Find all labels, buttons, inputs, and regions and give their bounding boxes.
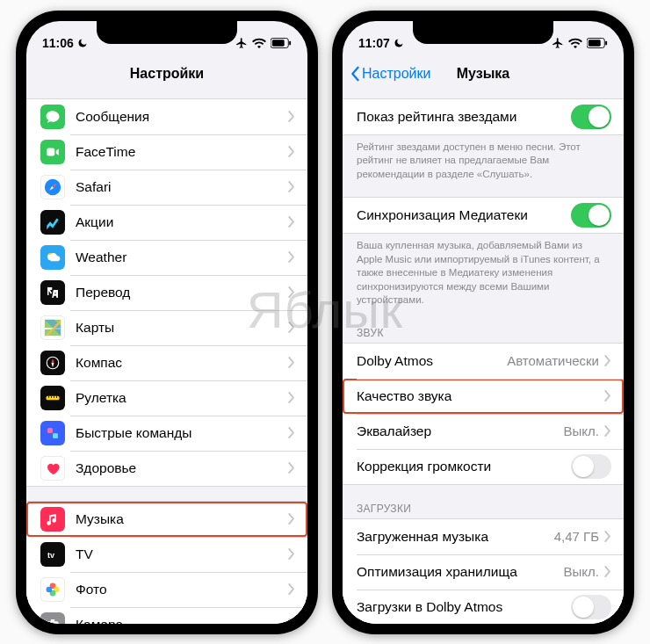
battery-icon [271, 38, 292, 48]
svg-rect-17 [51, 619, 55, 622]
compass-icon [40, 351, 65, 375]
screen-right: 11:07 Настройки Музыка Показ рейтинга зв… [343, 21, 624, 624]
chevron-right-icon [288, 357, 295, 368]
facetime-icon [40, 140, 65, 164]
settings-row-shortcuts[interactable]: Быстрые команды [26, 416, 307, 451]
row-dolby-atmos-downloads[interactable]: Загрузки в Dolby Atmos [343, 590, 624, 624]
settings-row-weather[interactable]: Weather [26, 240, 307, 275]
row-value: Автоматически [507, 353, 599, 368]
chevron-right-icon [288, 513, 295, 525]
nav-bar: Настройки [26, 56, 307, 91]
settings-row-health[interactable]: Здоровье [26, 451, 307, 486]
row-value: Выкл. [564, 423, 599, 438]
group-footer: Ваша купленная музыка, добавляемый Вами … [343, 234, 624, 309]
row-sync-library[interactable]: Синхронизация Медиатеки [343, 198, 624, 233]
svg-rect-3 [47, 148, 54, 156]
settings-row-measure[interactable]: Рулетка [26, 380, 307, 416]
row-label: Сообщения [76, 109, 288, 125]
chevron-right-icon [288, 146, 295, 157]
chevron-right-icon [288, 216, 295, 228]
chevron-right-icon [604, 566, 611, 577]
row-downloaded-music[interactable]: Загруженная музыка 4,47 ГБ [343, 519, 624, 554]
music-settings-content[interactable]: Показ рейтинга звездами Рейтинг звездами… [343, 91, 624, 624]
chevron-right-icon [288, 619, 295, 624]
stocks-icon [40, 210, 65, 235]
row-equalizer[interactable]: Эквалайзер Выкл. [343, 414, 624, 449]
settings-row-tv[interactable]: tvTV [26, 537, 307, 572]
svg-text:tv: tv [47, 550, 54, 559]
shortcuts-icon [40, 421, 65, 445]
chevron-right-icon [604, 390, 611, 402]
row-label: Камера [76, 617, 288, 624]
chevron-right-icon [288, 181, 295, 192]
settings-row-camera[interactable]: Камера [26, 607, 307, 624]
settings-row-photos[interactable]: Фото [26, 572, 307, 607]
toggle-star-ratings[interactable] [571, 105, 611, 129]
chevron-right-icon [288, 286, 295, 298]
row-label: Показ рейтинга звездами [357, 109, 571, 125]
settings-row-music[interactable]: Музыка [26, 502, 307, 537]
chevron-right-icon [288, 427, 295, 438]
svg-rect-26 [605, 40, 607, 45]
row-label: TV [76, 546, 288, 562]
settings-row-safari[interactable]: Safari [26, 170, 307, 205]
row-label: Музыка [76, 511, 288, 527]
page-title: Музыка [457, 66, 510, 82]
row-sound-check[interactable]: Коррекция громкости [343, 449, 624, 484]
row-label: Компас [76, 355, 288, 371]
row-value: Выкл. [564, 564, 599, 579]
svg-rect-2 [289, 40, 291, 45]
settings-content[interactable]: СообщенияFaceTimeSafariАкцииWeatherПерев… [26, 91, 307, 624]
row-audio-quality[interactable]: Качество звука [343, 379, 624, 414]
row-label: Быстрые команды [76, 425, 288, 441]
row-value: 4,47 ГБ [554, 529, 599, 544]
notch [413, 21, 553, 44]
row-label: Качество звука [357, 388, 604, 404]
row-label: Акции [76, 214, 288, 230]
toggle-sound-check[interactable] [571, 454, 611, 479]
screen-left: 11:06 Настройки СообщенияFaceTimeSafariА… [26, 21, 307, 624]
chevron-right-icon [604, 355, 611, 366]
settings-row-stocks[interactable]: Акции [26, 205, 307, 240]
maps-icon [40, 315, 65, 340]
settings-row-facetime[interactable]: FaceTime [26, 134, 307, 170]
svg-rect-9 [53, 433, 58, 438]
row-label: Фото [76, 582, 288, 597]
row-dolby-atmos[interactable]: Dolby Atmos Автоматически [343, 344, 624, 379]
settings-row-compass[interactable]: Компас [26, 345, 307, 380]
moon-icon [394, 38, 404, 48]
settings-row-messages[interactable]: Сообщения [26, 99, 307, 134]
row-label: Загрузки в Dolby Atmos [357, 599, 571, 615]
group-header-downloads: ЗАГРУЗКИ [343, 499, 624, 518]
music-icon [40, 507, 65, 532]
back-button[interactable]: Настройки [350, 66, 430, 82]
back-label: Настройки [362, 66, 430, 82]
settings-row-translate[interactable]: Перевод [26, 275, 307, 310]
row-label: Синхронизация Медиатеки [357, 207, 571, 223]
toggle-atmos-downloads[interactable] [571, 595, 611, 619]
nav-bar: Настройки Музыка [343, 56, 624, 91]
photos-icon [40, 577, 65, 602]
wifi-icon [252, 38, 266, 48]
chevron-right-icon [288, 322, 295, 333]
tv-icon: tv [40, 542, 65, 567]
settings-row-maps[interactable]: Карты [26, 310, 307, 345]
row-star-ratings[interactable]: Показ рейтинга звездами [343, 99, 624, 134]
chevron-right-icon [288, 462, 295, 474]
svg-rect-7 [47, 395, 60, 400]
notch [97, 21, 237, 44]
battery-icon [587, 38, 608, 48]
translate-icon [40, 280, 65, 305]
chevron-right-icon [288, 583, 295, 595]
svg-rect-8 [47, 428, 53, 433]
svg-rect-1 [272, 40, 285, 46]
row-label: FaceTime [76, 144, 288, 160]
row-label: Эквалайзер [357, 423, 564, 439]
toggle-sync-library[interactable] [571, 203, 611, 228]
chevron-right-icon [288, 548, 295, 560]
row-optimize-storage[interactable]: Оптимизация хранилища Выкл. [343, 554, 624, 590]
page-title: Настройки [130, 66, 204, 82]
group-footer: Рейтинг звездами доступен в меню песни. … [343, 135, 624, 184]
chevron-right-icon [288, 251, 295, 263]
messages-icon [40, 105, 65, 129]
